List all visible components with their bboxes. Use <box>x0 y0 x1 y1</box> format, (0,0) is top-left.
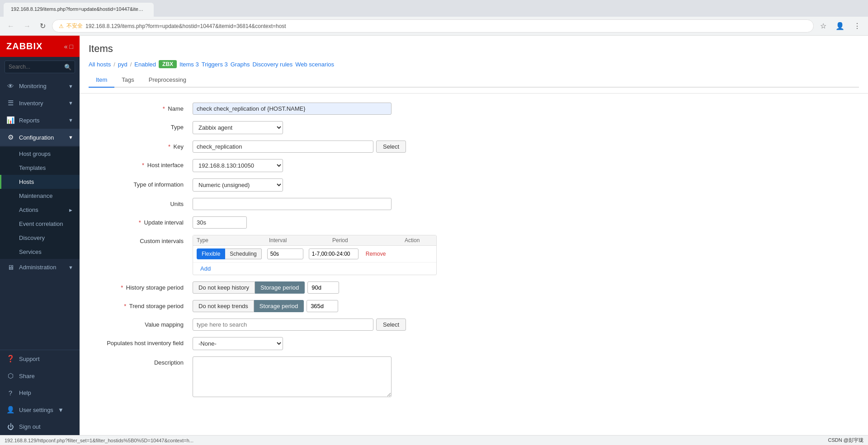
ci-remove-link[interactable]: Remove <box>366 251 386 257</box>
units-input[interactable] <box>193 198 392 210</box>
update-interval-input[interactable] <box>193 216 247 229</box>
ci-col-period: Period <box>332 237 405 244</box>
breadcrumb-triggers[interactable]: Triggers 3 <box>202 61 228 68</box>
inventory-icon: ☰ <box>6 99 14 107</box>
breadcrumb-sep: / <box>113 61 115 68</box>
tab-item[interactable]: Item <box>89 73 114 88</box>
sidebar-bottom: ❓ Support ⬡ Share ? Help 👤 User settings… <box>0 350 80 435</box>
menu-button[interactable]: ⋮ <box>851 20 863 32</box>
populates-select[interactable]: -None- <box>193 337 283 350</box>
page-header: Items All hosts / pyd / Enabled ZBX Item… <box>80 36 868 94</box>
breadcrumb-discovery-rules[interactable]: Discovery rules <box>252 61 292 68</box>
ci-type-flexible-button[interactable]: Flexible <box>197 248 225 259</box>
update-interval-field <box>193 216 509 229</box>
key-input[interactable] <box>193 141 373 153</box>
sidebar-item-label: Inventory <box>19 100 43 107</box>
sidebar-item-configuration[interactable]: ⚙ Configuration ▼ <box>0 129 80 146</box>
chevron-icon: ▼ <box>68 100 73 106</box>
zbx-badge[interactable]: ZBX <box>159 60 177 68</box>
history-value-input[interactable] <box>307 281 339 294</box>
history-no-keep-button[interactable]: Do not keep history <box>193 281 255 294</box>
sidebar-search: 🔍 <box>0 57 80 77</box>
browser-toolbar: ← → ↻ ⚠ 不安全 192.168.8.129/items.php?form… <box>0 17 868 35</box>
chevron-icon: ▼ <box>68 135 73 140</box>
tab-preprocessing[interactable]: Preprocessing <box>142 73 193 88</box>
sidebar-subitem-maintenance[interactable]: Maintenance <box>0 189 80 203</box>
history-storage-period-button[interactable]: Storage period <box>255 281 305 294</box>
sidebar-item-reports[interactable]: 📊 Reports ▼ <box>0 112 80 129</box>
chevron-icon: ▼ <box>68 265 73 270</box>
sidebar-bottom-user-settings[interactable]: 👤 User settings ▼ <box>0 401 80 418</box>
ci-col-type: Type <box>197 237 269 244</box>
trend-no-keep-button[interactable]: Do not keep trends <box>193 300 254 312</box>
custom-intervals-label: Custom intervals <box>93 235 193 244</box>
name-input[interactable] <box>193 103 392 115</box>
sidebar-item-label: Reports <box>19 117 40 124</box>
sidebar-subitem-discovery[interactable]: Discovery <box>0 231 80 245</box>
breadcrumb-all-hosts[interactable]: All hosts <box>89 61 111 68</box>
status-right: CSDN @彭宇珑 <box>828 437 863 444</box>
collapse-icon[interactable]: « <box>64 43 68 50</box>
value-mapping-input[interactable] <box>193 319 373 331</box>
custom-intervals-field: Type Interval Period Action Flexible Sch… <box>193 235 509 275</box>
ci-add-link[interactable]: Add <box>197 262 214 275</box>
sidebar-bottom-help[interactable]: ? Help <box>0 384 80 401</box>
ci-period-input[interactable] <box>309 248 359 259</box>
ci-type-scheduling-button[interactable]: Scheduling <box>225 248 261 259</box>
refresh-button[interactable]: ↻ <box>37 20 48 32</box>
sidebar-subitem-actions[interactable]: Actions ► <box>0 203 80 217</box>
sidebar-subitem-services[interactable]: Services <box>0 245 80 259</box>
sidebar-subitem-hosts[interactable]: Hosts <box>0 175 80 189</box>
breadcrumb-items[interactable]: Items 3 <box>179 61 199 68</box>
back-button[interactable]: ← <box>5 20 17 32</box>
sidebar-item-inventory[interactable]: ☰ Inventory ▼ <box>0 94 80 112</box>
sidebar-subitem-event-correlation[interactable]: Event correlation <box>0 217 80 231</box>
update-interval-label: * Update interval <box>93 216 193 226</box>
share-icon: ⬡ <box>6 372 14 380</box>
browser-chrome: 192.168.8.129/items.php?form=update&host… <box>0 0 868 36</box>
sidebar-item-administration[interactable]: 🖥 Administration ▼ <box>0 259 80 276</box>
description-textarea[interactable] <box>193 356 392 397</box>
trend-row: * Trend storage period Do not keep trend… <box>93 300 854 312</box>
host-interface-select[interactable]: 192.168.8.130:10050 <box>193 159 283 172</box>
value-mapping-field: Select <box>193 319 509 331</box>
key-select-button[interactable]: Select <box>376 141 406 153</box>
history-field: Do not keep history Storage period <box>193 281 509 294</box>
sidebar-item-label: Administration <box>19 264 56 271</box>
browser-tab[interactable]: 192.168.8.129/items.php?form=update&host… <box>4 3 154 17</box>
browser-tabs: 192.168.8.129/items.php?form=update&host… <box>0 0 868 17</box>
page-title: Items <box>89 43 859 55</box>
name-row: * Name <box>93 103 854 115</box>
sidebar-bottom-share[interactable]: ⬡ Share <box>0 367 80 384</box>
breadcrumb-graphs[interactable]: Graphs <box>231 61 250 68</box>
value-mapping-label: Value mapping <box>93 319 193 328</box>
ci-interval-input[interactable] <box>267 248 303 259</box>
forward-button[interactable]: → <box>21 20 33 32</box>
user-icon: 👤 <box>6 406 14 414</box>
help-icon: ? <box>6 389 14 397</box>
key-field: Select <box>193 141 509 153</box>
page-tabs: Item Tags Preprocessing <box>89 73 859 88</box>
address-bar[interactable]: ⚠ 不安全 192.168.8.129/items.php?form=updat… <box>52 19 814 33</box>
tab-tags[interactable]: Tags <box>114 73 141 88</box>
profile-button[interactable]: 👤 <box>833 20 847 32</box>
trend-btn-group: Do not keep trends Storage period <box>193 300 304 312</box>
app-layout: ZABBIX « □ 🔍 👁 Monitoring ▼ ☰ Inventory … <box>0 36 868 435</box>
expand-icon[interactable]: □ <box>70 43 73 50</box>
sidebar-subitem-host-groups[interactable]: Host groups <box>0 147 80 161</box>
star-button[interactable]: ☆ <box>817 20 829 32</box>
breadcrumb-web-scenarios[interactable]: Web scenarios <box>295 61 334 68</box>
type-select[interactable]: Zabbix agent <box>193 121 283 134</box>
type-info-select[interactable]: Numeric (unsigned) <box>193 178 283 192</box>
breadcrumb-host[interactable]: pyd <box>118 61 127 68</box>
units-field <box>193 198 509 210</box>
sidebar-bottom-support[interactable]: ❓ Support <box>0 350 80 367</box>
chevron-icon: ▼ <box>68 117 73 123</box>
sidebar-bottom-sign-out[interactable]: ⏻ Sign out <box>0 418 80 435</box>
value-mapping-select-button[interactable]: Select <box>376 319 406 331</box>
trend-value-input[interactable] <box>307 300 338 312</box>
breadcrumb-enabled[interactable]: Enabled <box>134 61 156 68</box>
sidebar-item-monitoring[interactable]: 👁 Monitoring ▼ <box>0 78 80 94</box>
trend-storage-period-button[interactable]: Storage period <box>254 300 304 312</box>
sidebar-subitem-templates[interactable]: Templates <box>0 161 80 175</box>
